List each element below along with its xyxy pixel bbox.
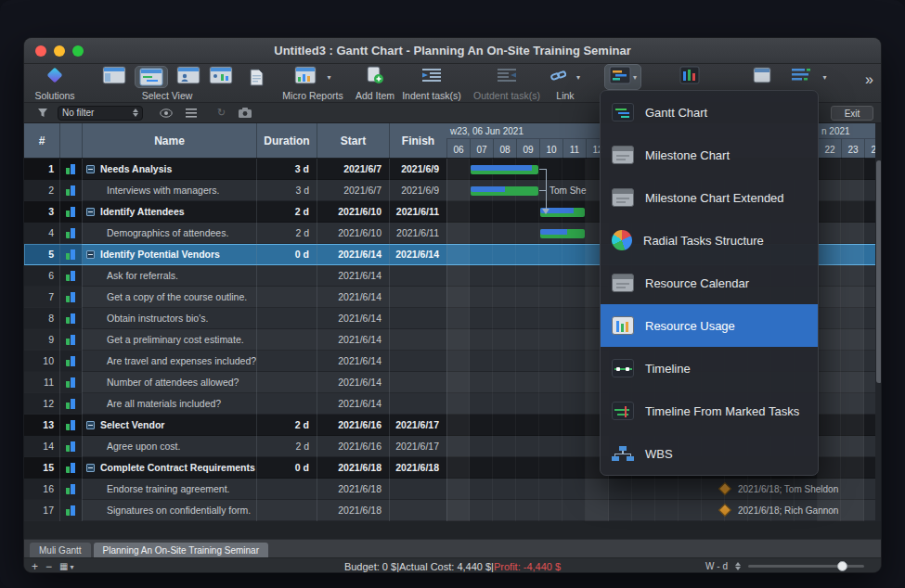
zoom-out-button[interactable]: − xyxy=(45,560,52,573)
menu-item-wbs[interactable]: WBS xyxy=(601,432,818,475)
task-name: Identify Attendees xyxy=(100,206,185,217)
menu-item-resource-usage[interactable]: Resource Usage xyxy=(601,304,818,347)
tab-multi-gantt[interactable]: Muli Gantt xyxy=(30,543,91,557)
row-number: 8 xyxy=(24,308,59,328)
minimize-button[interactable] xyxy=(54,45,65,57)
empty-area xyxy=(24,521,881,539)
column-divider xyxy=(256,159,257,521)
finish-cell: 2021/6/18 xyxy=(389,457,446,478)
column-header-number[interactable]: # xyxy=(24,123,59,159)
vertical-scrollbar[interactable] xyxy=(875,123,882,521)
task-name: Ask for referrals. xyxy=(107,270,178,281)
scrollbar-handle[interactable] xyxy=(876,160,882,383)
task-name: Endorse training agreement. xyxy=(107,483,230,494)
start-cell: 2021/6/18 xyxy=(317,457,389,478)
milestone-diamond-row16[interactable] xyxy=(718,482,731,495)
outdent-button[interactable]: Outdent task(s) xyxy=(473,66,540,101)
view-layout-icon[interactable] xyxy=(102,66,126,88)
column-header-start[interactable]: Start xyxy=(317,123,389,159)
task-name-cell: Obtain instructors bio's. xyxy=(82,308,256,328)
document-button[interactable] xyxy=(247,66,265,88)
solutions-button[interactable]: Solutions xyxy=(28,66,82,101)
rescal-icon xyxy=(612,274,634,292)
row-icon-cell xyxy=(59,479,82,499)
indent-button[interactable]: Indent task(s) xyxy=(401,66,462,101)
task-name-cell: Endorse training agreement. xyxy=(82,479,256,499)
collapse-icon[interactable] xyxy=(86,250,95,259)
zoom-in-button[interactable]: + xyxy=(32,560,38,573)
task-icon xyxy=(66,228,76,238)
zoom-stepper[interactable] xyxy=(735,562,741,570)
wbs-icon xyxy=(612,444,634,463)
row-icon-cell xyxy=(59,457,82,478)
milestone-diamond-row17[interactable] xyxy=(718,504,731,517)
view-resource-chart-icon[interactable] xyxy=(209,66,233,88)
menu-item-gantt-chart[interactable]: Gantt Chart xyxy=(601,91,818,134)
duration-cell: 0 d xyxy=(256,244,317,264)
row-number: 4 xyxy=(24,223,59,243)
milestone-label: 2021/6/18; Tom Sheldon xyxy=(738,484,838,494)
row-number: 2 xyxy=(24,180,59,200)
filter-select[interactable]: No filter xyxy=(58,106,143,121)
tab-planning-seminar[interactable]: Planning An On-Site Training Seminar xyxy=(94,543,268,557)
row-number: 1 xyxy=(24,159,59,179)
day-cell: 23 xyxy=(841,139,864,159)
link-button[interactable]: ▾ Link xyxy=(544,66,587,101)
eye-icon[interactable] xyxy=(160,109,173,118)
menu-item-milestone-chart[interactable]: Milestone Chart xyxy=(601,134,818,176)
task-icon xyxy=(66,164,76,174)
menu-item-resource-calendar[interactable]: Resource Calendar xyxy=(601,262,818,304)
list-icon[interactable] xyxy=(186,109,197,118)
view-gantt-icon[interactable] xyxy=(135,66,168,88)
task-icon xyxy=(66,463,76,473)
task-icon xyxy=(66,249,76,260)
grid-options-button[interactable]: ▦▾ xyxy=(59,561,73,571)
menu-item-radial-tasks-structure[interactable]: Radial Tasks Structure xyxy=(601,219,818,262)
menu-item-timeline-from-marked-tasks[interactable]: Timeline From Marked Tasks xyxy=(601,390,818,432)
collapse-icon[interactable] xyxy=(86,208,95,216)
toolbar-overflow-button[interactable]: » xyxy=(865,71,873,88)
start-cell: 2021/6/7 xyxy=(317,159,389,179)
link-line xyxy=(546,169,547,209)
view-resources-icon[interactable] xyxy=(176,66,200,88)
close-button[interactable] xyxy=(35,45,46,57)
start-cell: 2021/6/14 xyxy=(317,372,389,392)
camera-icon[interactable] xyxy=(239,108,252,118)
slider-knob[interactable] xyxy=(837,561,847,571)
column-header-duration[interactable]: Duration xyxy=(256,123,317,159)
panel-button[interactable] xyxy=(750,66,774,88)
collapse-icon[interactable] xyxy=(86,165,95,173)
titlebar[interactable]: Untitled3 : Gantt Chart - Planning An On… xyxy=(24,38,881,64)
refresh-icon[interactable]: ↻ xyxy=(217,107,226,119)
chevron-down-icon: ▾ xyxy=(327,73,330,82)
view-options-button[interactable]: ▾ xyxy=(791,66,828,88)
gantt-bar-row2[interactable] xyxy=(471,186,538,196)
gantt-bar-row4[interactable] xyxy=(540,229,585,238)
chevron-down-icon: ▾ xyxy=(576,73,580,82)
finish-cell: 2021/6/17 xyxy=(389,436,446,456)
column-header-finish[interactable]: Finish xyxy=(389,123,446,159)
add-item-button[interactable]: Add Item xyxy=(351,66,399,101)
menu-item-timeline[interactable]: Timeline xyxy=(601,347,818,390)
gantt-bar-row1[interactable] xyxy=(471,165,538,174)
indent-label: Indent task(s) xyxy=(402,90,461,101)
column-header-icon[interactable] xyxy=(59,123,82,159)
exit-button[interactable]: Exit xyxy=(831,106,873,121)
start-cell: 2021/6/14 xyxy=(317,308,389,328)
task-name-cell: Interviews with managers. xyxy=(82,180,256,200)
collapse-icon[interactable] xyxy=(86,464,95,472)
row-icon-cell xyxy=(59,244,82,264)
columns-chart-button[interactable] xyxy=(676,66,704,88)
day-cell: 22 xyxy=(818,139,841,159)
column-header-name[interactable]: Name xyxy=(82,123,256,159)
panel-icon xyxy=(753,67,771,87)
duration-cell: 2 d xyxy=(256,415,317,435)
zoom-slider[interactable] xyxy=(748,565,864,568)
menu-item-milestone-chart-extended[interactable]: Milestone Chart Extended xyxy=(601,176,818,219)
week-label: n 2021 xyxy=(821,123,850,138)
zoom-button[interactable] xyxy=(72,45,84,57)
funnel-icon[interactable] xyxy=(37,108,48,119)
select-chart-button[interactable]: ▾ xyxy=(601,66,644,88)
micro-reports-button[interactable]: ▾ Micro Reports xyxy=(275,66,351,101)
collapse-icon[interactable] xyxy=(86,421,95,429)
